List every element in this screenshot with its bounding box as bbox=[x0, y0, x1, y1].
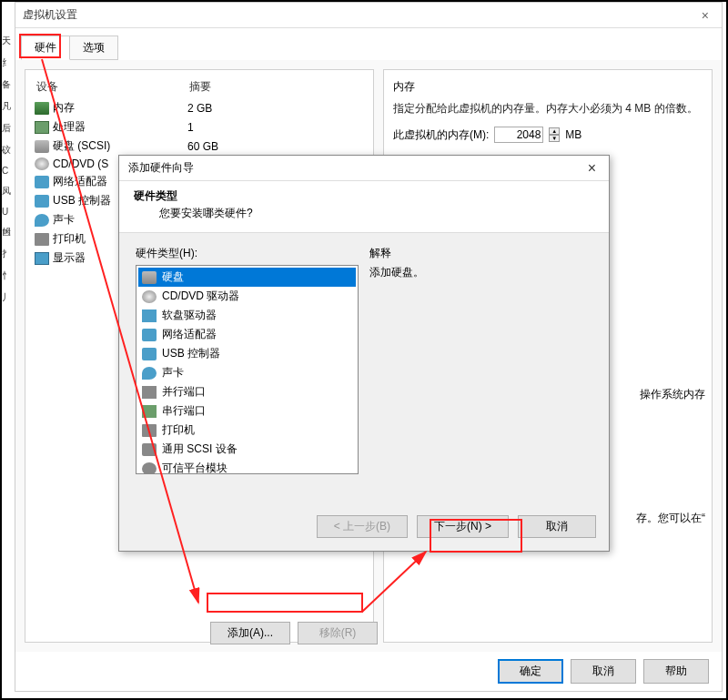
usb-icon bbox=[35, 195, 49, 208]
main-bottom-buttons: 确定 取消 帮助 bbox=[498, 659, 709, 684]
parallel-icon bbox=[142, 386, 157, 399]
cpu-icon bbox=[35, 121, 49, 134]
hw-item-label: 并行端口 bbox=[162, 384, 206, 400]
cancel-button[interactable]: 取消 bbox=[571, 659, 636, 684]
hw-item[interactable]: 并行端口 bbox=[138, 382, 356, 401]
memory-input-row: 此虚拟机的内存(M): ▲ ▼ MB bbox=[393, 127, 703, 143]
close-icon[interactable]: × bbox=[696, 6, 714, 25]
titlebar: 虚拟机设置 × bbox=[15, 3, 722, 28]
mem-icon bbox=[35, 102, 49, 115]
cd-icon bbox=[35, 157, 49, 170]
sound-icon bbox=[142, 367, 157, 380]
hw-item[interactable]: 硬盘 bbox=[138, 268, 356, 287]
col-device: 设备 bbox=[36, 79, 189, 95]
hw-item-label: USB 控制器 bbox=[162, 346, 220, 361]
device-name: 硬盘 (SCSI) bbox=[53, 138, 187, 154]
device-summary: 60 GB bbox=[187, 140, 364, 153]
trusted-icon bbox=[142, 462, 157, 475]
hw-item[interactable]: 声卡 bbox=[138, 363, 356, 382]
memory-input[interactable] bbox=[494, 127, 543, 143]
left-sidebar-stub: 天纟备凡后砇C凤U乸扌忄丿 bbox=[2, 29, 15, 393]
wizard-titlebar: 添加硬件向导 × bbox=[119, 156, 609, 181]
disk-icon bbox=[142, 271, 157, 284]
next-button[interactable]: 下一步(N) > bbox=[417, 515, 509, 538]
memory-snippet1: 操作系统内存 bbox=[640, 387, 705, 402]
hw-item-label: 硬盘 bbox=[162, 269, 184, 285]
explain-label: 解释 bbox=[369, 246, 592, 261]
wizard-cancel-button[interactable]: 取消 bbox=[518, 515, 596, 538]
device-name: 内存 bbox=[53, 100, 187, 116]
serial-icon bbox=[142, 405, 157, 418]
add-remove-buttons: 添加(A)... 移除(R) bbox=[210, 622, 378, 644]
hw-item-label: CD/DVD 驱动器 bbox=[162, 289, 239, 304]
hw-type-label: 硬件类型(H): bbox=[136, 246, 359, 261]
hw-item[interactable]: USB 控制器 bbox=[138, 344, 356, 363]
col-summary: 摘要 bbox=[189, 79, 362, 95]
cd-icon bbox=[142, 290, 157, 303]
floppy-icon bbox=[142, 309, 157, 322]
hw-item[interactable]: 软盘驱动器 bbox=[138, 306, 356, 325]
sound-icon bbox=[35, 214, 49, 227]
device-summary: 2 GB bbox=[187, 102, 364, 115]
device-row[interactable]: 硬盘 (SCSI)60 GB bbox=[31, 137, 368, 156]
wizard-subheading: 您要安装哪类硬件? bbox=[159, 206, 594, 221]
hw-item[interactable]: 网络适配器 bbox=[138, 325, 356, 344]
close-icon[interactable]: × bbox=[584, 160, 600, 177]
wizard-buttons: < 上一步(B) 下一步(N) > 取消 bbox=[119, 506, 609, 551]
wizard-left-pane: 硬件类型(H): 硬盘CD/DVD 驱动器软盘驱动器网络适配器USB 控制器声卡… bbox=[136, 246, 359, 490]
hw-item-label: 声卡 bbox=[162, 365, 184, 380]
hw-item[interactable]: 可信平台模块 bbox=[138, 459, 356, 474]
tab-options[interactable]: 选项 bbox=[69, 36, 118, 60]
wizard-title: 添加硬件向导 bbox=[128, 160, 584, 176]
wizard-header: 硬件类型 您要安装哪类硬件? bbox=[119, 181, 609, 233]
hw-item-label: 通用 SCSI 设备 bbox=[162, 441, 238, 457]
memory-title: 内存 bbox=[393, 79, 703, 95]
wizard-body: 硬件类型(H): 硬盘CD/DVD 驱动器软盘驱动器网络适配器USB 控制器声卡… bbox=[119, 233, 609, 506]
scsi-icon bbox=[142, 443, 157, 456]
add-hardware-wizard: 添加硬件向导 × 硬件类型 您要安装哪类硬件? 硬件类型(H): 硬盘CD/DV… bbox=[118, 155, 610, 552]
memory-spinner[interactable]: ▲ ▼ bbox=[549, 127, 560, 142]
printer-icon bbox=[142, 424, 157, 437]
wizard-right-pane: 解释 添加硬盘。 bbox=[369, 246, 592, 490]
window-title: 虚拟机设置 bbox=[23, 7, 696, 23]
wizard-heading: 硬件类型 bbox=[134, 188, 594, 204]
display-icon bbox=[35, 252, 49, 265]
hw-item-label: 网络适配器 bbox=[162, 327, 217, 342]
memory-unit: MB bbox=[565, 128, 581, 141]
hw-item[interactable]: 串行端口 bbox=[138, 401, 356, 421]
usb-icon bbox=[142, 348, 157, 360]
hw-item-label: 串行端口 bbox=[162, 403, 206, 419]
device-list-header: 设备 摘要 bbox=[31, 76, 368, 98]
hw-item[interactable]: CD/DVD 驱动器 bbox=[138, 287, 356, 306]
help-button[interactable]: 帮助 bbox=[643, 659, 709, 684]
printer-icon bbox=[35, 233, 49, 246]
device-name: 处理器 bbox=[53, 119, 187, 135]
ok-button[interactable]: 确定 bbox=[498, 659, 563, 684]
tab-hardware[interactable]: 硬件 bbox=[21, 36, 70, 60]
spinner-down-icon[interactable]: ▼ bbox=[549, 135, 560, 142]
device-summary: 1 bbox=[187, 121, 364, 134]
device-row[interactable]: 处理器1 bbox=[31, 117, 368, 137]
memory-label: 此虚拟机的内存(M): bbox=[393, 127, 489, 143]
hw-item-label: 软盘驱动器 bbox=[162, 308, 217, 323]
spinner-up-icon[interactable]: ▲ bbox=[549, 127, 560, 135]
hardware-type-list[interactable]: 硬盘CD/DVD 驱动器软盘驱动器网络适配器USB 控制器声卡并行端口串行端口打… bbox=[136, 265, 359, 474]
explain-text: 添加硬盘。 bbox=[369, 265, 592, 280]
net-icon bbox=[142, 329, 157, 341]
prev-button[interactable]: < 上一步(B) bbox=[317, 515, 408, 538]
hw-item-label: 可信平台模块 bbox=[162, 461, 228, 474]
add-button[interactable]: 添加(A)... bbox=[210, 622, 290, 644]
device-row[interactable]: 内存2 GB bbox=[31, 98, 368, 117]
hw-item[interactable]: 通用 SCSI 设备 bbox=[138, 440, 356, 459]
hw-item-label: 打印机 bbox=[162, 422, 195, 438]
memory-desc: 指定分配给此虚拟机的内存量。内存大小必须为 4 MB 的倍数。 bbox=[393, 100, 703, 117]
net-icon bbox=[35, 176, 49, 188]
hw-item[interactable]: 打印机 bbox=[138, 421, 356, 440]
remove-button[interactable]: 移除(R) bbox=[298, 622, 378, 644]
tab-bar: 硬件 选项 bbox=[15, 28, 722, 60]
memory-snippet2: 存。您可以在“ bbox=[636, 511, 705, 526]
disk-icon bbox=[35, 140, 49, 153]
